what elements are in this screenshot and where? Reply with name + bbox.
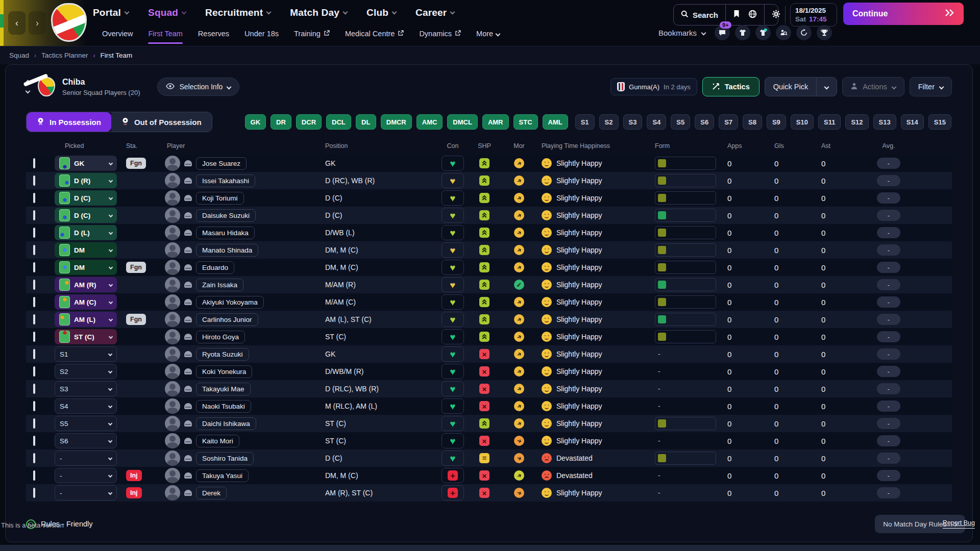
- picked-dropdown[interactable]: AM (R): [55, 277, 117, 292]
- slot-chip-s13[interactable]: S13: [873, 114, 896, 130]
- player-name[interactable]: Manato Shinada: [196, 244, 258, 257]
- trophy-icon[interactable]: [817, 25, 832, 40]
- player-name[interactable]: Akiyuki Yokoyama: [196, 296, 264, 309]
- nav-item-career[interactable]: Career: [415, 7, 454, 18]
- club-logo[interactable]: [51, 3, 87, 42]
- picked-dropdown[interactable]: -: [55, 468, 117, 483]
- player-name[interactable]: Kaito Mori: [196, 435, 239, 447]
- picked-dropdown[interactable]: GK: [55, 156, 117, 171]
- column-header-sta[interactable]: Sta.: [122, 142, 154, 149]
- picked-dropdown[interactable]: S2: [55, 364, 117, 379]
- selection-info-dropdown[interactable]: Selection Info: [157, 78, 239, 96]
- slot-chip-s7[interactable]: S7: [719, 114, 738, 130]
- player-name[interactable]: Naoki Tsubaki: [196, 400, 251, 413]
- row-checkbox[interactable]: [33, 349, 35, 359]
- picked-dropdown[interactable]: DM: [55, 242, 117, 258]
- gear-icon[interactable]: [772, 10, 780, 20]
- slot-chip-s10[interactable]: S10: [791, 114, 814, 130]
- picked-dropdown[interactable]: AM (L): [55, 312, 117, 327]
- subnav-item-under-18s[interactable]: Under 18s: [244, 23, 279, 44]
- breadcrumb-item-first-team[interactable]: First Team: [101, 52, 133, 59]
- picked-dropdown[interactable]: -: [55, 485, 117, 500]
- row-checkbox[interactable]: [33, 297, 35, 307]
- position-chip-dmcl[interactable]: DMCL: [447, 114, 478, 130]
- picked-dropdown[interactable]: D (C): [55, 208, 117, 223]
- row-checkbox[interactable]: [33, 245, 35, 255]
- column-header-mor[interactable]: Mor: [513, 142, 525, 149]
- player-name[interactable]: Issei Takahashi: [196, 174, 255, 187]
- in-possession-toggle[interactable]: In Possession: [27, 112, 111, 132]
- inbox-icon[interactable]: 9+: [715, 25, 730, 40]
- player-name[interactable]: Masaru Hidaka: [196, 227, 255, 239]
- nav-item-recruitment[interactable]: Recruitment: [205, 7, 271, 18]
- column-header-player[interactable]: Player: [154, 142, 323, 149]
- breadcrumb-item-squad[interactable]: Squad: [9, 52, 29, 59]
- picked-dropdown[interactable]: DM: [55, 260, 117, 275]
- row-checkbox[interactable]: [33, 436, 35, 446]
- nav-item-match-day[interactable]: Match Day: [290, 7, 347, 18]
- row-checkbox[interactable]: [33, 384, 35, 394]
- slot-chip-s9[interactable]: S9: [767, 114, 786, 130]
- history-forward-button[interactable]: ›: [29, 11, 46, 35]
- player-name[interactable]: Derek: [196, 487, 227, 499]
- quick-pick-menu-button[interactable]: [816, 78, 837, 96]
- row-checkbox[interactable]: [33, 280, 35, 290]
- player-name[interactable]: Daichi Ishikawa: [196, 417, 256, 430]
- column-header-con[interactable]: Con: [447, 142, 459, 149]
- column-header-avg[interactable]: Avg.: [883, 142, 895, 149]
- slot-chip-s2[interactable]: S2: [599, 114, 619, 130]
- position-chip-dmcr[interactable]: DMCR: [381, 114, 412, 130]
- subnav-item-first-team[interactable]: First Team: [148, 23, 182, 44]
- nav-item-squad[interactable]: Squad: [148, 7, 186, 18]
- picked-dropdown[interactable]: D (C): [55, 190, 117, 206]
- player-name[interactable]: Takuya Yasui: [196, 469, 249, 482]
- picked-dropdown[interactable]: D (L): [55, 225, 117, 240]
- row-checkbox[interactable]: [33, 332, 35, 342]
- sync-icon[interactable]: [796, 25, 812, 40]
- row-checkbox[interactable]: [33, 470, 35, 481]
- row-checkbox[interactable]: [33, 262, 35, 272]
- history-back-button[interactable]: ‹: [8, 11, 26, 35]
- position-chip-amr[interactable]: AMR: [482, 114, 509, 130]
- slot-chip-s8[interactable]: S8: [743, 114, 762, 130]
- row-checkbox[interactable]: [33, 210, 35, 220]
- position-chip-gk[interactable]: GK: [245, 114, 266, 130]
- column-header-form[interactable]: Form: [652, 142, 719, 149]
- row-checkbox[interactable]: [33, 158, 35, 168]
- nav-item-portal[interactable]: Portal: [93, 7, 129, 18]
- quick-pick-button[interactable]: Quick Pick: [765, 78, 817, 96]
- subnav-item-overview[interactable]: Overview: [102, 23, 133, 44]
- row-checkbox[interactable]: [33, 314, 35, 324]
- slot-chip-s14[interactable]: S14: [901, 114, 924, 130]
- column-header-ast[interactable]: Ast: [813, 142, 860, 149]
- report-bug-link[interactable]: Report Bug: [943, 519, 975, 529]
- bookmarks-dropdown[interactable]: Bookmarks: [658, 29, 705, 37]
- picked-dropdown[interactable]: S6: [55, 433, 117, 448]
- shirt-number-icon[interactable]: [755, 25, 771, 40]
- actions-dropdown[interactable]: Actions: [842, 77, 904, 96]
- position-chip-dr[interactable]: DR: [271, 114, 291, 130]
- slot-chip-s12[interactable]: S12: [845, 114, 868, 130]
- picked-dropdown[interactable]: S5: [55, 416, 117, 431]
- slot-chip-s3[interactable]: S3: [623, 114, 643, 130]
- slot-chip-s6[interactable]: S6: [695, 114, 714, 130]
- row-checkbox[interactable]: [33, 488, 35, 498]
- column-header-position[interactable]: Position: [323, 142, 437, 149]
- column-header-apps[interactable]: Apps: [719, 142, 766, 149]
- slot-chip-s11[interactable]: S11: [818, 114, 841, 130]
- player-name[interactable]: Jose Suarez: [196, 157, 247, 170]
- column-header-shp[interactable]: SHP: [478, 142, 491, 149]
- slot-chip-s5[interactable]: S5: [671, 114, 690, 130]
- subnav-item-dynamics[interactable]: Dynamics: [419, 23, 461, 44]
- player-name[interactable]: Koji Toriumi: [196, 192, 244, 205]
- next-match-chip[interactable]: Gunma(A) In 2 days: [610, 78, 697, 95]
- filter-dropdown[interactable]: Filter: [910, 77, 952, 96]
- bookmark-icon[interactable]: [733, 10, 740, 20]
- player-name[interactable]: Daisuke Suzuki: [196, 209, 256, 222]
- row-checkbox[interactable]: [33, 193, 35, 203]
- position-chip-dcr[interactable]: DCR: [296, 114, 322, 130]
- tactics-button[interactable]: Tactics: [702, 77, 760, 96]
- subnav-item-reserves[interactable]: Reserves: [198, 23, 229, 44]
- search-button[interactable]: Search: [674, 5, 725, 25]
- globe-icon[interactable]: [748, 10, 757, 20]
